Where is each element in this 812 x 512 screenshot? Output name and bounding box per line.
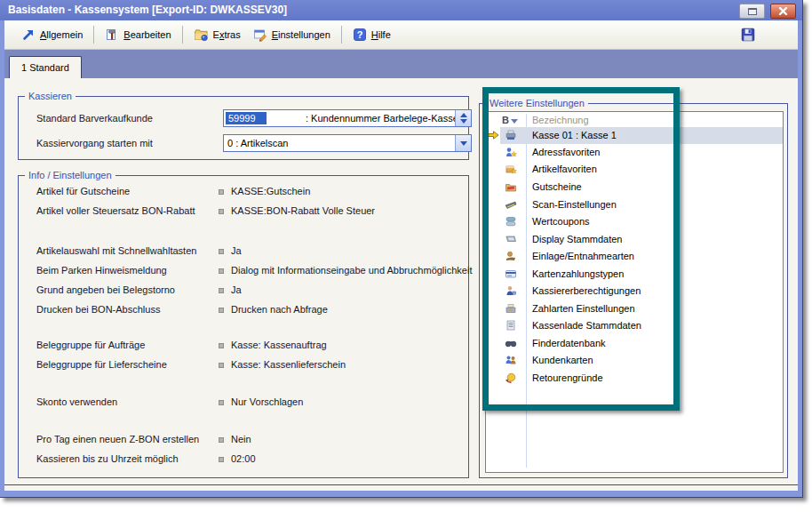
dropdown-value: 0 : Artikelscan — [224, 138, 288, 148]
close-icon — [778, 6, 788, 16]
info-row: Skonto verwendenNur Vorschlagen — [36, 396, 461, 410]
menu-separator — [182, 26, 183, 44]
field-label: Standard Barverkaufkunde — [36, 113, 153, 124]
maximize-button[interactable] — [739, 4, 765, 19]
spin-down-icon — [460, 119, 467, 124]
bullet-icon — [219, 308, 224, 313]
bullet-icon — [219, 437, 224, 443]
arrow-up-right-icon — [21, 28, 36, 42]
content-panel: Kassieren Standard Barverkaufkunde 59999… — [4, 78, 798, 485]
settings-window-icon — [253, 28, 267, 42]
highlight-annotation-box — [482, 87, 680, 411]
titlebar: Basisdaten - Kassensystem [Export-ID: DW… — [0, 0, 802, 20]
info-row: Artikel voller Steuersatz BON-RabattKASS… — [36, 205, 461, 219]
menu-separator — [341, 26, 342, 44]
info-row: Beleggruppe für LieferscheineKasse: Kass… — [36, 359, 461, 372]
info-row: Beleggruppe für AufträgeKasse: Kassenauf… — [36, 340, 461, 353]
menu-item-extras[interactable]: Extras — [187, 25, 247, 44]
tab-standard[interactable]: 1 Standard — [9, 56, 82, 78]
bullet-icon — [219, 457, 224, 462]
menu-item-hilfe[interactable]: ? Hilfe — [346, 25, 397, 44]
save-button[interactable] — [740, 27, 756, 43]
close-button[interactable] — [770, 4, 796, 19]
selected-value: 59999 — [226, 112, 267, 124]
hammer-icon — [105, 28, 119, 42]
info-row: Artikel für GutscheineKASSE:Gutschein — [36, 186, 461, 199]
bullet-icon — [219, 268, 224, 274]
menu-item-bearbeiten[interactable]: Bearbeiten — [99, 25, 177, 44]
spin-up-icon — [460, 113, 467, 117]
bullet-icon — [219, 288, 224, 293]
app-window: Basisdaten - Kassensystem [Export-ID: DW… — [0, 0, 803, 498]
menu-item-einstellungen[interactable]: Einstellungen — [247, 25, 337, 44]
group-label: Kassieren — [25, 90, 76, 102]
bullet-icon — [219, 363, 224, 368]
group-info-einstellungen: Info / Einstellungen Artikel für Gutsche… — [18, 175, 469, 478]
window-title: Basisdaten - Kassensystem [Export-ID: DW… — [8, 4, 287, 16]
bullet-icon — [219, 400, 224, 405]
help-icon: ? — [353, 28, 367, 42]
client-area: Allgemein Bearbeiten Extras — [4, 20, 798, 491]
info-row: Drucken bei BON-AbschlussDrucken nach Ab… — [36, 304, 461, 317]
folder-icon — [194, 28, 209, 42]
spinner-buttons[interactable] — [455, 110, 471, 126]
save-floppy-icon — [740, 27, 756, 43]
info-row: Kassieren bis zu Uhrzeit möglich02:00 — [36, 453, 461, 467]
info-row: Artikelauswahl mit SchnellwahltastenJa — [36, 245, 461, 259]
tab-strip: 1 Standard — [4, 50, 798, 78]
menubar: Allgemein Bearbeiten Extras — [4, 20, 798, 50]
menu-item-allgemein[interactable]: Allgemein — [15, 25, 89, 44]
info-row: Grund angeben bei BelegstornoJa — [36, 284, 461, 298]
group-label: Info / Einstellungen — [25, 169, 115, 181]
field-label: Kassiervorgang starten mit — [36, 138, 153, 148]
info-row: Beim Parken HinweismeldungDialog mit Inf… — [36, 265, 461, 278]
maximize-icon — [748, 8, 757, 15]
bullet-icon — [219, 209, 224, 214]
group-kassieren: Kassieren Standard Barverkaufkunde 59999… — [18, 96, 469, 160]
info-row: Pro Tag einen neuen Z-BON erstellenNein — [36, 434, 461, 447]
menu-separator — [93, 26, 94, 44]
barverkaufkunde-spinner[interactable]: 59999 : Kundennummer Barbelege-Kasse A — [223, 109, 472, 127]
chevron-down-icon — [460, 141, 467, 146]
kassiervorgang-dropdown[interactable]: 0 : Artikelscan — [223, 134, 472, 152]
svg-text:?: ? — [356, 29, 362, 40]
dropdown-button[interactable] — [455, 135, 471, 151]
bullet-icon — [219, 189, 224, 195]
value-description: : Kundennummer Barbelege-Kasse A — [306, 110, 467, 126]
bullet-icon — [219, 343, 224, 348]
bullet-icon — [219, 249, 224, 254]
